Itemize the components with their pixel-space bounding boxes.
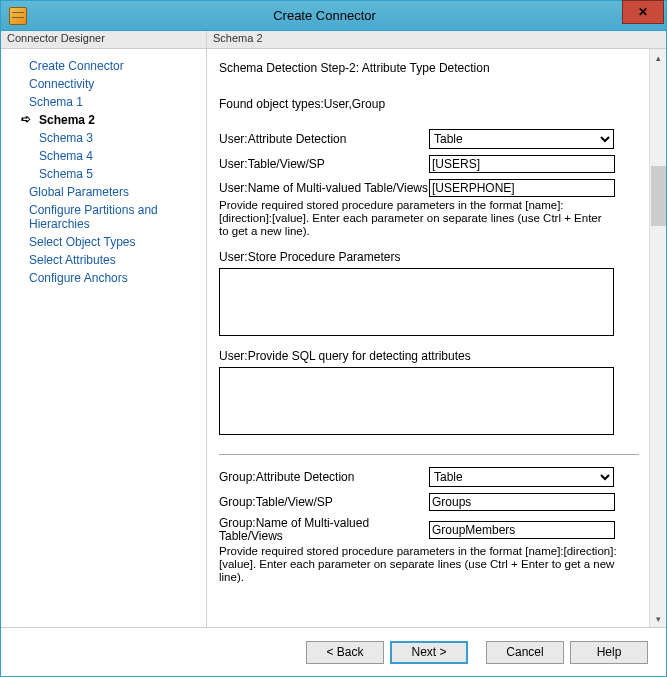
label-user-sp: User:Store Procedure Parameters (219, 250, 639, 264)
help-button[interactable]: Help (570, 641, 648, 664)
panel-header-left: Connector Designer (1, 31, 207, 49)
nav-connectivity[interactable]: Connectivity (1, 75, 206, 93)
close-button[interactable]: ✕ (622, 0, 664, 24)
label-group-attr-detection: Group:Attribute Detection (219, 471, 429, 484)
app-icon (9, 7, 27, 25)
nav-select-object-types[interactable]: Select Object Types (1, 233, 206, 251)
row-group-multi: Group:Name of Multi-valued Table/Views (219, 517, 639, 543)
content: Schema Detection Step-2: Attribute Type … (207, 49, 649, 627)
input-user-multi[interactable] (429, 179, 615, 197)
body: Create Connector Connectivity Schema 1 S… (1, 49, 666, 627)
nav-schema-1[interactable]: Schema 1 (1, 93, 206, 111)
scrollbar[interactable]: ▴ ▾ (649, 49, 666, 627)
input-group-multi[interactable] (429, 521, 615, 539)
hint-group: Provide required stored procedure parame… (219, 545, 639, 584)
row-user-table: User:Table/View/SP (219, 155, 639, 173)
select-group-attr-detection[interactable]: Table (429, 467, 614, 487)
nav-create-connector[interactable]: Create Connector (1, 57, 206, 75)
titlebar: Create Connector ✕ (1, 1, 666, 31)
row-user-attr-detection: User:Attribute Detection Table (219, 129, 639, 149)
nav-configure-anchors[interactable]: Configure Anchors (1, 269, 206, 287)
scroll-up-arrow-icon[interactable]: ▴ (651, 49, 666, 66)
label-group-table: Group:Table/View/SP (219, 496, 429, 509)
window-title: Create Connector (27, 8, 622, 23)
label-group-multi: Group:Name of Multi-valued Table/Views (219, 517, 429, 543)
label-user-sql: User:Provide SQL query for detecting att… (219, 349, 639, 363)
textarea-user-sql[interactable] (219, 367, 614, 435)
scroll-down-arrow-icon[interactable]: ▾ (651, 610, 666, 627)
input-group-table[interactable] (429, 493, 615, 511)
nav-schema-5[interactable]: Schema 5 (1, 165, 206, 183)
panel-headers: Connector Designer Schema 2 (1, 31, 666, 49)
found-types: Found object types:User,Group (219, 97, 639, 111)
select-user-attr-detection[interactable]: Table (429, 129, 614, 149)
textarea-user-sp[interactable] (219, 268, 614, 336)
panel-header-right: Schema 2 (207, 31, 666, 49)
footer: < Back Next > Cancel Help (1, 627, 666, 676)
nav-schema-2[interactable]: Schema 2 (1, 111, 206, 129)
scroll-thumb[interactable] (651, 166, 666, 226)
client-area: Connector Designer Schema 2 Create Conne… (1, 31, 666, 676)
back-button[interactable]: < Back (306, 641, 384, 664)
label-user-multi: User:Name of Multi-valued Table/Views (219, 182, 429, 195)
nav-select-attributes[interactable]: Select Attributes (1, 251, 206, 269)
scroll-track[interactable] (651, 66, 666, 610)
separator (219, 454, 639, 455)
row-user-multi: User:Name of Multi-valued Table/Views (219, 179, 639, 197)
window: Create Connector ✕ Connector Designer Sc… (0, 0, 667, 677)
cancel-button[interactable]: Cancel (486, 641, 564, 664)
nav-global-parameters[interactable]: Global Parameters (1, 183, 206, 201)
nav-configure-partitions[interactable]: Configure Partitions and Hierarchies (1, 201, 206, 233)
step-title: Schema Detection Step-2: Attribute Type … (219, 61, 639, 75)
close-icon: ✕ (638, 5, 648, 19)
input-user-table[interactable] (429, 155, 615, 173)
label-user-attr-detection: User:Attribute Detection (219, 133, 429, 146)
row-group-attr-detection: Group:Attribute Detection Table (219, 467, 639, 487)
nav-schema-3[interactable]: Schema 3 (1, 129, 206, 147)
hint-user: Provide required stored procedure parame… (219, 199, 614, 238)
next-button[interactable]: Next > (390, 641, 468, 664)
nav-schema-4[interactable]: Schema 4 (1, 147, 206, 165)
nav: Create Connector Connectivity Schema 1 S… (1, 49, 207, 627)
content-pane: Schema Detection Step-2: Attribute Type … (207, 49, 666, 627)
row-group-table: Group:Table/View/SP (219, 493, 639, 511)
label-user-table: User:Table/View/SP (219, 158, 429, 171)
